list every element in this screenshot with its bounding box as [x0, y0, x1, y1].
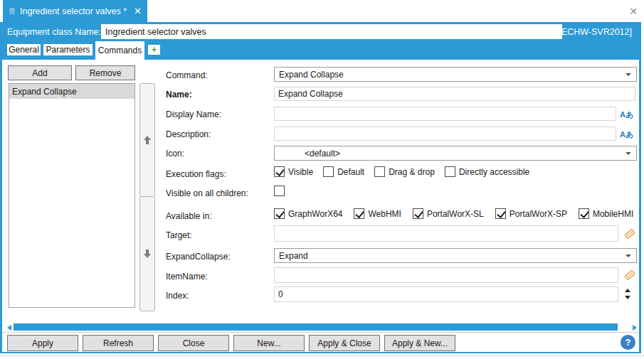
- commands-list[interactable]: Expand Collapse: [9, 83, 135, 308]
- move-up-button[interactable]: [139, 83, 155, 197]
- checkbox-drag-drop[interactable]: Drag & drop: [374, 166, 435, 177]
- equipment-class-dialog: Ingredient selector valves * ✕ ✕ Equipme…: [0, 0, 644, 353]
- help-icon[interactable]: ?: [621, 335, 635, 350]
- name-input[interactable]: [274, 87, 635, 101]
- apply-button[interactable]: Apply: [7, 335, 78, 351]
- command-label: Command:: [166, 70, 208, 80]
- checkbox-visible[interactable]: Visible: [274, 166, 313, 177]
- checkbox-directly-accessible[interactable]: Directly accessible: [445, 166, 529, 177]
- checkbox-webhmi[interactable]: WebHMI: [354, 208, 401, 219]
- new-button[interactable]: New...: [233, 335, 305, 351]
- display-name-input[interactable]: [274, 107, 616, 121]
- background-edge-line: [0, 355, 644, 356]
- equipment-class-icon: [9, 6, 16, 16]
- checkbox-box[interactable]: [495, 208, 506, 219]
- screen: Ingredient selector valves * ✕ ✕ Equipme…: [0, 0, 644, 359]
- icon-value: <default>: [305, 149, 340, 159]
- checkbox-visible-on-all-children[interactable]: [274, 186, 285, 196]
- equipment-class-name-input[interactable]: [101, 24, 562, 39]
- checkbox-box[interactable]: [274, 166, 285, 177]
- commands-tab-content: Add Remove Expand Collapse Command:: [2, 60, 639, 323]
- footer-button-bar: Apply Refresh Close New... Apply & Close…: [0, 332, 639, 352]
- target-label: Target:: [166, 230, 192, 240]
- tag-browse-icon[interactable]: [623, 269, 636, 282]
- localize-icon[interactable]: Aあ: [620, 109, 633, 120]
- localize-icon[interactable]: Aあ: [620, 129, 633, 140]
- checkbox-mobilehmi[interactable]: MobileHMI: [579, 208, 633, 219]
- checkbox-box[interactable]: [413, 208, 423, 219]
- visible-on-all-children-label: Visible on all children:: [166, 188, 248, 198]
- execution-flags-group: Visible Default Drag & drop Directly acc…: [274, 166, 529, 177]
- checkbox-box[interactable]: [374, 166, 385, 177]
- available-in-label: Available in:: [166, 211, 212, 221]
- apply-new-button[interactable]: Apply & New...: [384, 335, 455, 351]
- itemname-input[interactable]: [274, 267, 618, 283]
- list-item-expand-collapse[interactable]: Expand Collapse: [9, 84, 134, 99]
- reorder-strip: [139, 83, 155, 311]
- checkbox-box[interactable]: [579, 208, 589, 219]
- tab-commands[interactable]: Commands: [95, 41, 144, 60]
- chevron-down-icon: [625, 73, 631, 76]
- remove-command-button[interactable]: Remove: [75, 65, 135, 80]
- index-label: Index:: [166, 291, 189, 301]
- dialog-border-bottom: [0, 352, 641, 353]
- window-close-icon[interactable]: ✕: [626, 4, 640, 18]
- checkbox-box[interactable]: [354, 208, 364, 219]
- checkbox-box[interactable]: [323, 166, 334, 177]
- scroll-left-icon[interactable]: [7, 325, 11, 331]
- checkbox-portalworx-sl[interactable]: PortalWorX-SL: [413, 208, 484, 219]
- checkbox-portalworx-sp[interactable]: PortalWorX-SP: [495, 208, 567, 219]
- expandcollapse-label: ExpandCollapse:: [166, 252, 231, 262]
- equipment-class-name-label: Equipment class Name:: [7, 22, 101, 41]
- checkbox-default[interactable]: Default: [323, 166, 364, 177]
- expandcollapse-value: Expand: [279, 251, 308, 261]
- horizontal-scrollbar[interactable]: [0, 322, 644, 332]
- dialog-border-right: [639, 22, 641, 353]
- execution-flags-label: Execution flags:: [166, 169, 226, 179]
- arrow-down-icon: [142, 248, 153, 259]
- tag-browse-icon[interactable]: [623, 227, 636, 240]
- description-label: Description:: [166, 129, 211, 139]
- index-input[interactable]: [274, 286, 618, 302]
- scroll-right-icon[interactable]: [633, 325, 637, 331]
- add-command-button[interactable]: Add: [8, 65, 72, 80]
- document-tab-close-icon[interactable]: ✕: [134, 6, 142, 16]
- add-tab-button[interactable]: +: [148, 45, 160, 55]
- spin-down-icon[interactable]: [625, 296, 630, 299]
- checkbox-box[interactable]: [445, 166, 455, 177]
- dialog-border-left: [0, 22, 2, 353]
- move-down-button[interactable]: [139, 196, 155, 311]
- itemname-label: ItemName:: [166, 272, 208, 282]
- display-name-label: Display Name:: [166, 109, 221, 119]
- visible-on-all-children-group: [274, 186, 285, 196]
- tab-parameters[interactable]: Parameters: [43, 44, 93, 55]
- document-tab-ingredient-selector-valves[interactable]: Ingredient selector valves * ✕: [3, 0, 147, 22]
- document-tab-title: Ingredient selector valves *: [20, 6, 127, 16]
- equipment-name-header: Equipment class Name: [TECHW-SVR2012]: [0, 22, 639, 41]
- checkbox-graphworx64[interactable]: GraphWorX64: [274, 208, 342, 219]
- icon-combobox[interactable]: <default>: [274, 146, 637, 161]
- scrollbar-thumb[interactable]: [14, 323, 618, 331]
- command-combobox[interactable]: Expand Collapse: [274, 67, 637, 82]
- available-in-group: GraphWorX64 WebHMI PortalWorX-SL PortalW…: [274, 208, 633, 219]
- spin-up-icon[interactable]: [625, 289, 630, 292]
- arrow-up-icon: [142, 134, 153, 146]
- document-tab-strip: Ingredient selector valves * ✕ ✕: [0, 0, 644, 22]
- command-value: Expand Collapse: [279, 70, 344, 80]
- server-badge: [TECHW-SVR2012]: [554, 22, 632, 41]
- checkbox-box[interactable]: [274, 208, 285, 219]
- description-input[interactable]: [274, 127, 616, 141]
- icon-label: Icon:: [166, 149, 184, 159]
- chevron-down-icon: [625, 254, 631, 257]
- chevron-down-icon: [625, 152, 631, 155]
- tab-general[interactable]: General: [7, 44, 41, 55]
- expandcollapse-combobox[interactable]: Expand: [274, 248, 637, 263]
- apply-close-button[interactable]: Apply & Close: [309, 335, 380, 351]
- name-label: Name:: [166, 90, 192, 100]
- index-stepper: [625, 289, 630, 299]
- target-input[interactable]: [274, 225, 618, 242]
- refresh-button[interactable]: Refresh: [83, 335, 154, 351]
- close-button[interactable]: Close: [158, 335, 229, 351]
- tab-bar: General Parameters Commands +: [0, 41, 639, 60]
